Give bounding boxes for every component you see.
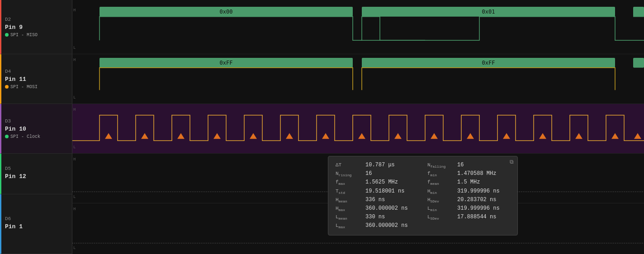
svg-text:0x00: 0x00: [220, 9, 233, 15]
svg-marker-18: [394, 133, 402, 139]
tooltip-row-fmax: fmax 1.5625 MHz: [336, 179, 418, 186]
waveform-svg-pin11: 0xFF 0xFF: [72, 54, 644, 103]
channel-d3[interactable]: D3 Pin 10 SPI - Clock: [0, 104, 72, 154]
tooltip-row-hmax: Hmax 360.000002 ns: [336, 205, 418, 212]
tooltip-val-fmax: 1.5625 MHz: [365, 179, 398, 185]
tooltip-val-fmin: 1.470588 MHz: [457, 170, 496, 177]
tooltip-val-fmean: 1.5 MHz: [457, 179, 480, 185]
channel-label-pin9: Pin 9: [5, 24, 68, 31]
svg-marker-10: [105, 133, 112, 139]
svg-text:0x01: 0x01: [482, 9, 495, 15]
tooltip-key-hmax: Hmax: [336, 206, 363, 212]
tooltip-key-lsdev: LSDev: [427, 214, 455, 221]
waveform-svg-pin10: [72, 104, 644, 153]
tooltip-row-fmean: fmean 1.5 MHz: [427, 179, 510, 186]
tooltip-row-nrising: Nrising 16: [336, 170, 418, 177]
tooltip-key-tstd: Tstd: [336, 188, 363, 195]
svg-marker-20: [467, 133, 474, 139]
svg-marker-11: [141, 133, 148, 139]
channel-d5[interactable]: D5 Pin 12: [0, 154, 72, 194]
tooltip-row-nfalling: Nfalling 16: [427, 162, 510, 169]
channel-id-d3: D3: [5, 118, 68, 124]
channel-tag-mosi: SPI - MOSI: [5, 85, 68, 89]
tooltip-grid: ΔT 10.787 μs Nfalling 16 Nrising 16 fmin…: [336, 162, 510, 230]
tooltip-key-lmin: Lmin: [427, 206, 455, 212]
sidebar: D2 Pin 9 SPI - MISO D4 Pin 11 SPI - MOSI…: [0, 0, 72, 254]
tooltip-key-lmax: Lmax: [336, 223, 363, 229]
svg-marker-14: [250, 133, 257, 139]
channel-d6[interactable]: D6 Pin 1: [0, 194, 72, 254]
tooltip-row-hsdev: HSDev 20.283702 ns: [427, 197, 510, 203]
channel-id-d5: D5: [5, 166, 68, 171]
svg-rect-9: [633, 58, 644, 68]
tooltip-key-dt: ΔT: [336, 162, 363, 168]
waveform-row-pin11: H L 0xFF 0xFF: [72, 54, 644, 104]
svg-marker-25: [634, 133, 641, 139]
tooltip-val-lmin: 319.999996 ns: [457, 205, 500, 212]
tooltip-row-lmean: Lmean 330 ns: [336, 214, 418, 221]
tooltip-key-hsdev: HSDev: [427, 197, 455, 203]
tooltip-val-lsdev: 17.888544 ns: [457, 214, 496, 220]
tooltip-key-fmin: fmin: [427, 171, 455, 177]
tooltip-row-hmin: Hmin 319.999996 ns: [427, 188, 510, 195]
tooltip-row-lmax: Lmax 360.000002 ns: [336, 222, 418, 229]
channel-tag-miso: SPI - MISO: [5, 33, 68, 38]
tooltip-val-tstd: 19.518001 ns: [365, 188, 404, 194]
tooltip-row-fmin: fmin 1.470588 MHz: [427, 170, 510, 177]
svg-marker-17: [358, 133, 365, 139]
channel-id-d6: D6: [5, 216, 68, 221]
tooltip-row-lmin: Lmin 319.999996 ns: [427, 205, 510, 212]
waveform-svg-pin9: 0x00 0x01: [72, 0, 644, 54]
svg-marker-23: [575, 133, 582, 139]
waveform-area[interactable]: H L 0x00 0x01 H L: [72, 0, 644, 254]
channel-label-pin11: Pin 11: [5, 76, 68, 83]
tag-dot-miso: [5, 33, 9, 37]
tooltip-val-hmax: 360.000002 ns: [365, 205, 408, 212]
tooltip-val-nfalling: 16: [457, 162, 464, 168]
tooltip-val-nrising: 16: [365, 170, 372, 177]
tooltip-key-fmax: fmax: [336, 179, 363, 186]
tag-text-clock: SPI - Clock: [10, 134, 40, 139]
svg-text:0xFF: 0xFF: [220, 60, 233, 66]
svg-marker-13: [213, 133, 221, 139]
channel-d2[interactable]: D2 Pin 9 SPI - MISO: [0, 0, 72, 54]
tooltip-key-hmean: Hmean: [336, 197, 363, 203]
tooltip-val-lmean: 330 ns: [365, 214, 385, 220]
tag-dot-mosi: [5, 85, 9, 89]
tooltip-val-dt: 10.787 μs: [365, 162, 395, 168]
tooltip-val-hmin: 319.999996 ns: [457, 188, 500, 194]
tooltip-val-lmax: 360.000002 ns: [365, 222, 408, 229]
svg-marker-16: [322, 133, 329, 139]
copy-icon[interactable]: ⧉: [510, 159, 514, 165]
svg-marker-19: [431, 133, 438, 139]
tooltip-row-lsdev: LSDev 17.888544 ns: [427, 214, 510, 221]
tooltip-key-fmean: fmean: [427, 179, 455, 186]
tag-dot-clock: [5, 135, 9, 138]
channel-label-pin1: Pin 1: [5, 223, 68, 230]
tooltip-row-dt: ΔT 10.787 μs: [336, 162, 418, 169]
tag-text-miso: SPI - MISO: [10, 33, 38, 38]
svg-marker-15: [286, 133, 293, 139]
tooltip-popup: ⧉ ΔT 10.787 μs Nfalling 16 Nrising 16 fm…: [328, 156, 518, 235]
svg-marker-12: [177, 133, 185, 139]
tooltip-row-hmean: Hmean 336 ns: [336, 197, 418, 203]
svg-text:0xFF: 0xFF: [482, 60, 495, 66]
tooltip-val-hmean: 336 ns: [365, 197, 385, 203]
tooltip-row-tstd: Tstd 19.518001 ns: [336, 188, 418, 195]
tooltip-row-empty: [427, 222, 510, 229]
tooltip-key-nrising: Nrising: [336, 171, 363, 177]
tooltip-key-nfalling: Nfalling: [427, 162, 455, 169]
channel-id-d4: D4: [5, 69, 68, 74]
svg-rect-4: [633, 7, 644, 17]
channel-label-pin10: Pin 10: [5, 126, 68, 132]
waveform-row-pin9: H L 0x00 0x01: [72, 0, 644, 54]
tooltip-key-hmin: Hmin: [427, 188, 455, 195]
main-container: D2 Pin 9 SPI - MISO D4 Pin 11 SPI - MOSI…: [0, 0, 644, 254]
tooltip-key-lmean: Lmean: [336, 214, 363, 221]
svg-marker-21: [503, 133, 510, 139]
svg-marker-24: [611, 133, 619, 139]
channel-d4[interactable]: D4 Pin 11 SPI - MOSI: [0, 54, 72, 104]
svg-marker-22: [539, 133, 546, 139]
channel-label-pin12: Pin 12: [5, 173, 68, 180]
tooltip-val-hsdev: 20.283702 ns: [457, 197, 496, 203]
